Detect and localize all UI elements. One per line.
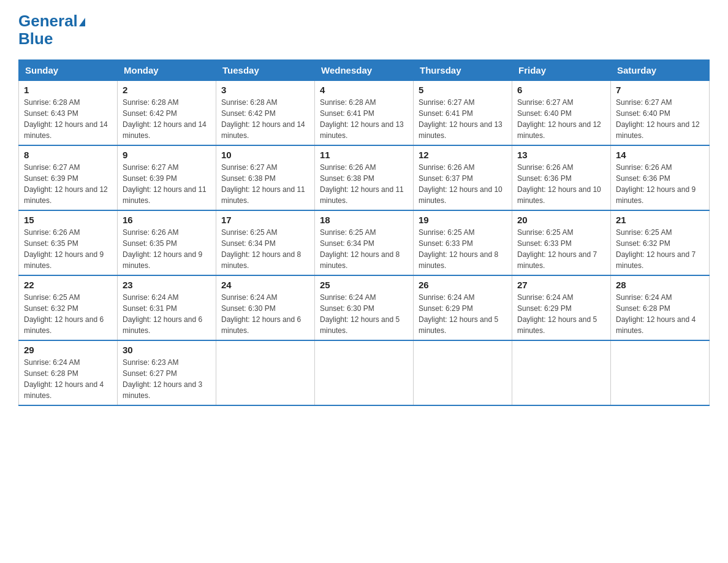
day-number: 7 <box>616 85 704 95</box>
day-info: Sunrise: 6:27 AMSunset: 6:41 PMDaylight:… <box>419 98 502 140</box>
day-info: Sunrise: 6:24 AMSunset: 6:29 PMDaylight:… <box>419 293 498 335</box>
calendar-cell: 25 Sunrise: 6:24 AMSunset: 6:30 PMDaylig… <box>315 275 414 340</box>
day-info: Sunrise: 6:25 AMSunset: 6:34 PMDaylight:… <box>221 228 301 270</box>
calendar-cell <box>216 340 315 405</box>
calendar-cell: 5 Sunrise: 6:27 AMSunset: 6:41 PMDayligh… <box>414 81 512 146</box>
calendar-cell: 19 Sunrise: 6:25 AMSunset: 6:33 PMDaylig… <box>414 210 512 275</box>
calendar-cell: 24 Sunrise: 6:24 AMSunset: 6:30 PMDaylig… <box>216 275 315 340</box>
col-header-saturday: Saturday <box>611 60 710 81</box>
logo: General Blue <box>18 12 85 47</box>
calendar-cell: 6 Sunrise: 6:27 AMSunset: 6:40 PMDayligh… <box>512 81 611 146</box>
day-number: 25 <box>320 280 408 290</box>
calendar-table: SundayMondayTuesdayWednesdayThursdayFrid… <box>18 59 710 406</box>
day-info: Sunrise: 6:24 AMSunset: 6:29 PMDaylight:… <box>517 293 597 335</box>
day-number: 28 <box>616 280 704 290</box>
day-info: Sunrise: 6:24 AMSunset: 6:30 PMDaylight:… <box>221 293 301 335</box>
calendar-cell: 8 Sunrise: 6:27 AMSunset: 6:39 PMDayligh… <box>19 145 118 210</box>
day-info: Sunrise: 6:26 AMSunset: 6:38 PMDaylight:… <box>320 163 404 205</box>
day-info: Sunrise: 6:24 AMSunset: 6:28 PMDaylight:… <box>616 293 696 335</box>
calendar-cell: 17 Sunrise: 6:25 AMSunset: 6:34 PMDaylig… <box>216 210 315 275</box>
day-number: 17 <box>221 215 309 225</box>
day-info: Sunrise: 6:27 AMSunset: 6:40 PMDaylight:… <box>616 98 700 140</box>
calendar-cell: 13 Sunrise: 6:26 AMSunset: 6:36 PMDaylig… <box>512 145 611 210</box>
calendar-cell: 9 Sunrise: 6:27 AMSunset: 6:39 PMDayligh… <box>118 145 216 210</box>
calendar-cell: 15 Sunrise: 6:26 AMSunset: 6:35 PMDaylig… <box>19 210 118 275</box>
day-info: Sunrise: 6:25 AMSunset: 6:32 PMDaylight:… <box>616 228 696 270</box>
day-info: Sunrise: 6:25 AMSunset: 6:33 PMDaylight:… <box>517 228 597 270</box>
day-number: 30 <box>123 345 211 355</box>
week-row-3: 15 Sunrise: 6:26 AMSunset: 6:35 PMDaylig… <box>19 210 710 275</box>
day-info: Sunrise: 6:23 AMSunset: 6:27 PMDaylight:… <box>123 358 202 400</box>
day-info: Sunrise: 6:26 AMSunset: 6:35 PMDaylight:… <box>123 228 202 270</box>
calendar-cell: 3 Sunrise: 6:28 AMSunset: 6:42 PMDayligh… <box>216 81 315 146</box>
calendar-cell: 26 Sunrise: 6:24 AMSunset: 6:29 PMDaylig… <box>414 275 512 340</box>
logo-blue: Blue <box>18 29 53 48</box>
day-number: 24 <box>221 280 309 290</box>
day-number: 9 <box>123 150 211 160</box>
calendar-cell: 11 Sunrise: 6:26 AMSunset: 6:38 PMDaylig… <box>315 145 414 210</box>
day-number: 4 <box>320 85 408 95</box>
week-row-5: 29 Sunrise: 6:24 AMSunset: 6:28 PMDaylig… <box>19 340 710 405</box>
calendar-cell: 18 Sunrise: 6:25 AMSunset: 6:34 PMDaylig… <box>315 210 414 275</box>
day-info: Sunrise: 6:26 AMSunset: 6:37 PMDaylight:… <box>419 163 502 205</box>
day-number: 23 <box>123 280 211 290</box>
day-info: Sunrise: 6:24 AMSunset: 6:31 PMDaylight:… <box>123 293 202 335</box>
day-info: Sunrise: 6:26 AMSunset: 6:36 PMDaylight:… <box>517 163 601 205</box>
day-number: 2 <box>123 85 211 95</box>
day-number: 12 <box>419 150 507 160</box>
calendar-cell <box>512 340 611 405</box>
calendar-cell: 10 Sunrise: 6:27 AMSunset: 6:38 PMDaylig… <box>216 145 315 210</box>
day-info: Sunrise: 6:25 AMSunset: 6:32 PMDaylight:… <box>24 293 104 335</box>
day-number: 22 <box>24 280 112 290</box>
day-info: Sunrise: 6:28 AMSunset: 6:43 PMDaylight:… <box>24 98 108 140</box>
calendar-cell: 2 Sunrise: 6:28 AMSunset: 6:42 PMDayligh… <box>118 81 216 146</box>
day-number: 5 <box>419 85 507 95</box>
calendar-cell: 28 Sunrise: 6:24 AMSunset: 6:28 PMDaylig… <box>611 275 710 340</box>
day-info: Sunrise: 6:24 AMSunset: 6:30 PMDaylight:… <box>320 293 400 335</box>
day-number: 11 <box>320 150 408 160</box>
logo-triangle-icon <box>79 18 85 26</box>
logo-general: General <box>18 12 78 30</box>
day-number: 13 <box>517 150 605 160</box>
col-header-thursday: Thursday <box>414 60 512 81</box>
day-info: Sunrise: 6:27 AMSunset: 6:40 PMDaylight:… <box>517 98 601 140</box>
calendar-cell <box>611 340 710 405</box>
day-number: 18 <box>320 215 408 225</box>
day-info: Sunrise: 6:27 AMSunset: 6:39 PMDaylight:… <box>24 163 108 205</box>
day-info: Sunrise: 6:24 AMSunset: 6:28 PMDaylight:… <box>24 358 104 400</box>
day-info: Sunrise: 6:28 AMSunset: 6:42 PMDaylight:… <box>221 98 305 140</box>
calendar-cell: 27 Sunrise: 6:24 AMSunset: 6:29 PMDaylig… <box>512 275 611 340</box>
calendar-cell: 21 Sunrise: 6:25 AMSunset: 6:32 PMDaylig… <box>611 210 710 275</box>
calendar-cell: 29 Sunrise: 6:24 AMSunset: 6:28 PMDaylig… <box>19 340 118 405</box>
day-number: 8 <box>24 150 112 160</box>
day-number: 3 <box>221 85 309 95</box>
day-number: 14 <box>616 150 704 160</box>
day-number: 29 <box>24 345 112 355</box>
day-info: Sunrise: 6:27 AMSunset: 6:38 PMDaylight:… <box>221 163 305 205</box>
day-number: 27 <box>517 280 605 290</box>
day-info: Sunrise: 6:26 AMSunset: 6:36 PMDaylight:… <box>616 163 696 205</box>
day-info: Sunrise: 6:27 AMSunset: 6:39 PMDaylight:… <box>123 163 207 205</box>
col-header-sunday: Sunday <box>19 60 118 81</box>
calendar-cell <box>414 340 512 405</box>
col-header-friday: Friday <box>512 60 611 81</box>
calendar-cell: 4 Sunrise: 6:28 AMSunset: 6:41 PMDayligh… <box>315 81 414 146</box>
week-row-1: 1 Sunrise: 6:28 AMSunset: 6:43 PMDayligh… <box>19 81 710 146</box>
day-number: 21 <box>616 215 704 225</box>
calendar-cell: 20 Sunrise: 6:25 AMSunset: 6:33 PMDaylig… <box>512 210 611 275</box>
day-number: 15 <box>24 215 112 225</box>
day-number: 19 <box>419 215 507 225</box>
day-info: Sunrise: 6:28 AMSunset: 6:41 PMDaylight:… <box>320 98 404 140</box>
calendar-cell: 12 Sunrise: 6:26 AMSunset: 6:37 PMDaylig… <box>414 145 512 210</box>
col-header-monday: Monday <box>118 60 216 81</box>
day-number: 26 <box>419 280 507 290</box>
calendar-cell: 23 Sunrise: 6:24 AMSunset: 6:31 PMDaylig… <box>118 275 216 340</box>
day-number: 1 <box>24 85 112 95</box>
week-row-2: 8 Sunrise: 6:27 AMSunset: 6:39 PMDayligh… <box>19 145 710 210</box>
week-row-4: 22 Sunrise: 6:25 AMSunset: 6:32 PMDaylig… <box>19 275 710 340</box>
col-header-tuesday: Tuesday <box>216 60 315 81</box>
day-number: 20 <box>517 215 605 225</box>
day-number: 6 <box>517 85 605 95</box>
page-header: General Blue <box>18 12 710 47</box>
day-info: Sunrise: 6:28 AMSunset: 6:42 PMDaylight:… <box>123 98 207 140</box>
